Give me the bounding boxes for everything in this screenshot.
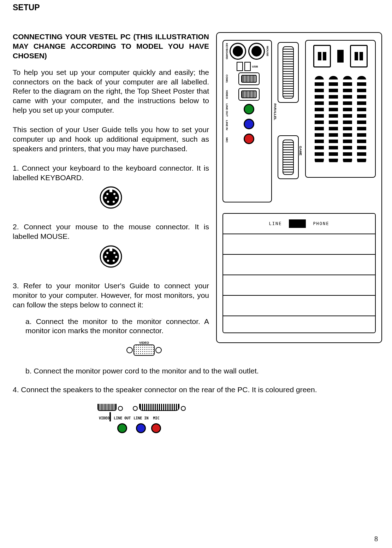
mouse-port-icon bbox=[248, 43, 265, 60]
intro-paragraph-2: This section of your User Guide tells yo… bbox=[13, 125, 209, 154]
vent-icon bbox=[343, 76, 352, 164]
com1-port-icon bbox=[238, 72, 260, 85]
step-1-text: 1. Connect your keyboard to the keyboard… bbox=[13, 164, 209, 183]
mic-label: MIC bbox=[225, 137, 228, 143]
game-label: GAME bbox=[299, 146, 302, 155]
game-port-icon bbox=[278, 135, 299, 179]
parallel-label: PARALLEL bbox=[273, 104, 277, 120]
lineout-strip-label: LINE OUT bbox=[114, 416, 131, 420]
svg-point-7 bbox=[113, 201, 115, 203]
mic-strip-icon bbox=[151, 423, 161, 433]
step-3a-text: a. Connect the monitor to the monitor co… bbox=[13, 317, 209, 336]
section-heading: CONNECTING YOUR VESTEL PC (THIS ILLUSTRA… bbox=[13, 32, 209, 61]
svg-point-11 bbox=[106, 252, 108, 254]
video-port-icon bbox=[238, 88, 260, 101]
step-3b-text: b. Connect the monitor power cord to the… bbox=[13, 366, 382, 376]
svg-point-6 bbox=[107, 201, 109, 203]
svg-point-16 bbox=[113, 260, 115, 262]
lineout-strip-icon bbox=[117, 423, 127, 433]
step-4-text: 4. Connect the speakers to the speaker c… bbox=[13, 385, 382, 395]
usb-port-icon bbox=[237, 62, 243, 71]
mouse-connector-icon bbox=[13, 245, 209, 271]
keyboard-connector-icon bbox=[13, 186, 209, 212]
modem-slot: LINE PHONE bbox=[223, 214, 375, 234]
mic-jack-icon bbox=[244, 134, 254, 144]
voltage-switch-icon bbox=[337, 50, 344, 63]
svg-point-5 bbox=[115, 197, 117, 199]
psu-illustration bbox=[305, 40, 376, 178]
linein-label: LINE IN bbox=[225, 120, 228, 130]
video-icon-label: VIDEO bbox=[126, 341, 162, 344]
page-number: 8 bbox=[374, 535, 378, 543]
keyboard-port-icon bbox=[230, 43, 246, 60]
rear-panel-illustration: KEYBOARD MOUSE USB COM1 bbox=[216, 32, 382, 343]
lineout-label: LINE OUT bbox=[225, 104, 228, 117]
expansion-slot bbox=[223, 316, 375, 336]
intro-paragraph-1: To help you set up your computer quickly… bbox=[13, 68, 209, 115]
modem-jack-icon bbox=[289, 219, 306, 228]
expansion-slot bbox=[223, 275, 375, 296]
phone-label: PHONE bbox=[313, 221, 329, 226]
svg-rect-8 bbox=[109, 189, 112, 192]
mouse-port-label: MOUSE bbox=[266, 46, 269, 56]
linein-strip-icon bbox=[136, 423, 146, 433]
vent-icon bbox=[329, 76, 338, 164]
vent-icon bbox=[357, 76, 366, 164]
linein-strip-label: LINE IN bbox=[133, 416, 148, 420]
svg-point-3 bbox=[113, 193, 115, 195]
keyboard-port-label: KEYBOARD bbox=[225, 43, 228, 59]
video-label: VIDEO bbox=[225, 90, 228, 99]
vga-connector-icon: VIDEO bbox=[13, 341, 382, 356]
expansion-slot bbox=[223, 255, 375, 275]
linein-jack-icon bbox=[244, 119, 254, 129]
svg-point-4 bbox=[105, 197, 107, 199]
ac-inlet-icon bbox=[350, 45, 368, 67]
usb-port-icon bbox=[244, 62, 251, 71]
step-2-text: 2. Connect your mouse to the mouse conne… bbox=[13, 222, 209, 241]
svg-point-13 bbox=[105, 256, 107, 258]
line-label: LINE bbox=[269, 221, 282, 226]
expansion-slots: LINE PHONE bbox=[222, 213, 376, 333]
mic-strip-label: MIC bbox=[153, 416, 159, 420]
svg-point-2 bbox=[106, 193, 108, 195]
lineout-jack-icon bbox=[244, 104, 254, 114]
audio-ports-illustration: VIDEO LINE OUT LINE IN MIC bbox=[13, 404, 382, 435]
ac-outlet-icon bbox=[313, 45, 331, 67]
step-3-text: 3. Refer to your monitor User's Guide to… bbox=[13, 281, 209, 310]
video-strip-icon bbox=[109, 412, 111, 422]
svg-point-12 bbox=[113, 252, 115, 254]
svg-point-15 bbox=[107, 260, 109, 262]
svg-point-14 bbox=[115, 256, 117, 258]
expansion-slot bbox=[223, 234, 375, 255]
usb-label: USB bbox=[252, 65, 258, 68]
parallel-port-icon bbox=[278, 42, 299, 103]
video-strip-label: VIDEO bbox=[99, 416, 109, 420]
page-title: SETUP bbox=[13, 0, 382, 12]
com1-label: COM1 bbox=[225, 75, 228, 83]
expansion-slot bbox=[223, 296, 375, 316]
vent-icon bbox=[315, 76, 324, 164]
svg-rect-17 bbox=[109, 248, 112, 251]
